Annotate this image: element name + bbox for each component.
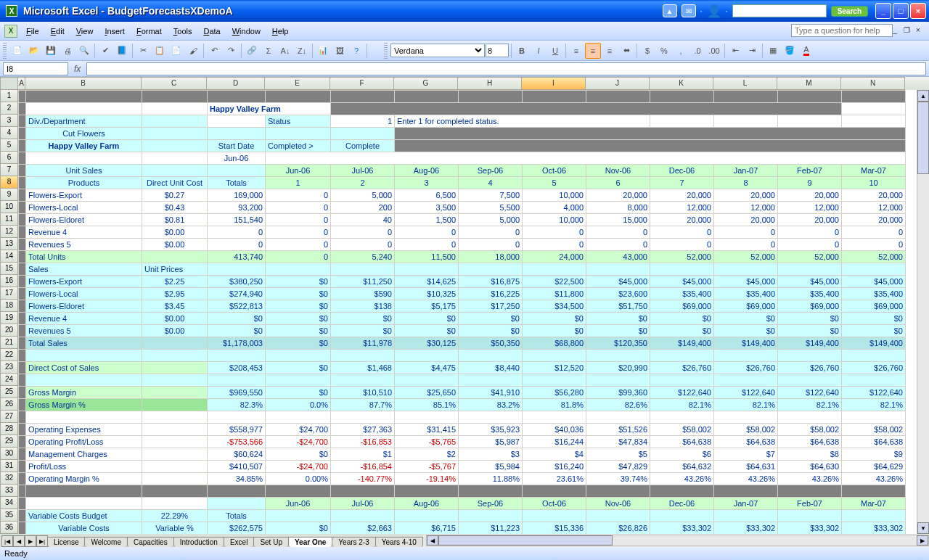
autosum-icon[interactable]: Σ <box>261 43 277 59</box>
scroll-right-icon[interactable]: ▶ <box>917 535 928 545</box>
open-icon[interactable]: 📂 <box>26 43 42 59</box>
sort-desc-icon[interactable]: Z↓ <box>294 43 310 59</box>
merge-icon[interactable]: ⬌ <box>618 43 634 59</box>
doc-restore-button[interactable]: ❐ <box>901 25 912 35</box>
row-header-28[interactable]: 28 <box>0 423 18 435</box>
increase-indent-icon[interactable]: ⇥ <box>744 43 760 59</box>
tab-nav-prev-icon[interactable]: ◀ <box>13 535 25 547</box>
vertical-scrollbar[interactable]: ▲ ▼ <box>917 90 929 534</box>
hscroll-thumb[interactable] <box>438 535 613 545</box>
row-header-5[interactable]: 5 <box>0 139 18 152</box>
cut-icon[interactable]: ✂ <box>135 43 151 59</box>
sheet-tab-excel[interactable]: Excel <box>224 537 254 547</box>
sort-asc-icon[interactable]: A↓ <box>277 43 293 59</box>
row-header-33[interactable]: 33 <box>0 485 18 497</box>
sheet-tab-welcome[interactable]: Welcome <box>84 537 128 547</box>
hyperlink-icon[interactable]: 🔗 <box>244 43 260 59</box>
row-header-4[interactable]: 4 <box>0 127 18 139</box>
row-header-30[interactable]: 30 <box>0 448 18 460</box>
row-header-26[interactable]: 26 <box>0 398 18 411</box>
minimize-button[interactable]: _ <box>875 3 891 19</box>
row-header-10[interactable]: 10 <box>0 201 18 213</box>
sheet-tab-set-up[interactable]: Set Up <box>253 537 289 547</box>
row-header-21[interactable]: 21 <box>0 337 18 349</box>
increase-decimal-icon[interactable]: .0 <box>689 43 705 59</box>
row-header-25[interactable]: 25 <box>0 386 18 398</box>
font-select[interactable]: Verdana <box>390 44 485 57</box>
row-header-13[interactable]: 13 <box>0 238 18 250</box>
align-left-icon[interactable]: ≡ <box>568 43 584 59</box>
col-header-D[interactable]: D <box>207 77 265 90</box>
align-right-icon[interactable]: ≡ <box>602 43 618 59</box>
menu-format[interactable]: Format <box>131 25 168 37</box>
row-header-19[interactable]: 19 <box>0 312 18 324</box>
sheet-tab-introduction[interactable]: Introduction <box>173 537 224 547</box>
row-header-24[interactable]: 24 <box>0 374 18 386</box>
menu-file[interactable]: File <box>20 25 45 37</box>
underline-icon[interactable]: U <box>547 43 563 59</box>
row-header-12[interactable]: 12 <box>0 226 18 238</box>
bold-icon[interactable]: B <box>514 43 530 59</box>
vscroll-thumb[interactable] <box>917 102 929 174</box>
paste-icon[interactable]: 📄 <box>168 43 184 59</box>
menu-insert[interactable]: Insert <box>99 25 131 37</box>
formula-input[interactable] <box>86 62 926 75</box>
copy-icon[interactable]: 📋 <box>152 43 168 59</box>
format-painter-icon[interactable]: 🖌 <box>185 43 201 59</box>
sheet-tab-capacities[interactable]: Capacities <box>127 537 174 547</box>
sheet-tab-years-4-10[interactable]: Years 4-10 <box>375 537 423 547</box>
row-header-36[interactable]: 36 <box>0 522 18 534</box>
help-input[interactable] <box>791 24 893 37</box>
help-icon[interactable]: ? <box>348 43 364 59</box>
person-icon[interactable]: 👤 <box>707 4 721 18</box>
col-header-L[interactable]: L <box>713 77 777 90</box>
col-header-A[interactable]: A <box>18 77 25 90</box>
col-header-C[interactable]: C <box>142 77 207 90</box>
tab-nav-next-icon[interactable]: ▶ <box>25 535 36 547</box>
align-center-icon[interactable]: ≡ <box>585 43 601 59</box>
font-color-icon[interactable]: A <box>798 43 814 59</box>
select-all-corner[interactable] <box>0 77 18 90</box>
sheet-tab-license[interactable]: License <box>47 537 85 547</box>
row-header-34[interactable]: 34 <box>0 497 18 509</box>
save-icon[interactable]: 💾 <box>43 43 59 59</box>
tab-nav-last-icon[interactable]: ▶| <box>36 535 48 547</box>
menu-help[interactable]: Help <box>266 25 295 37</box>
chart-icon[interactable]: 📊 <box>315 43 331 59</box>
col-header-G[interactable]: G <box>394 77 458 90</box>
decrease-indent-icon[interactable]: ⇤ <box>727 43 743 59</box>
col-header-N[interactable]: N <box>841 77 905 90</box>
drawing-icon[interactable]: 🖼 <box>332 43 348 59</box>
font-size-input[interactable] <box>486 44 509 57</box>
col-header-K[interactable]: K <box>650 77 713 90</box>
maximize-button[interactable]: □ <box>893 3 909 19</box>
row-header-1[interactable]: 1 <box>0 90 18 102</box>
col-header-E[interactable]: E <box>265 77 330 90</box>
redo-icon[interactable]: ↷ <box>223 43 239 59</box>
row-header-23[interactable]: 23 <box>0 361 18 374</box>
row-header-32[interactable]: 32 <box>0 472 18 485</box>
borders-icon[interactable]: ▦ <box>765 43 781 59</box>
menu-data[interactable]: Data <box>197 25 226 37</box>
triangle-icon[interactable]: ▲ <box>663 4 677 17</box>
doc-minimize-button[interactable]: _ <box>890 25 900 35</box>
spelling-icon[interactable]: ✔ <box>97 43 113 59</box>
row-header-27[interactable]: 27 <box>0 411 18 423</box>
scroll-left-icon[interactable]: ◀ <box>427 535 438 545</box>
mail-icon[interactable]: ✉ <box>682 4 696 17</box>
titlebar-search-button[interactable]: Search <box>831 6 868 17</box>
col-header-H[interactable]: H <box>458 77 522 90</box>
row-header-8[interactable]: 8 <box>0 176 18 189</box>
row-header-22[interactable]: 22 <box>0 349 18 361</box>
menu-window[interactable]: Window <box>226 25 266 37</box>
doc-close-button[interactable]: × <box>913 25 923 35</box>
row-header-15[interactable]: 15 <box>0 263 18 275</box>
menu-tools[interactable]: Tools <box>168 25 198 37</box>
row-header-16[interactable]: 16 <box>0 275 18 287</box>
cells-area[interactable]: Happy Valley FarmDiv./DepartmentStatus1E… <box>18 90 929 534</box>
undo-icon[interactable]: ↶ <box>206 43 222 59</box>
fill-color-icon[interactable]: 🪣 <box>782 43 798 59</box>
row-header-29[interactable]: 29 <box>0 435 18 448</box>
menu-edit[interactable]: Edit <box>45 25 70 37</box>
research-icon[interactable]: 📘 <box>114 43 130 59</box>
